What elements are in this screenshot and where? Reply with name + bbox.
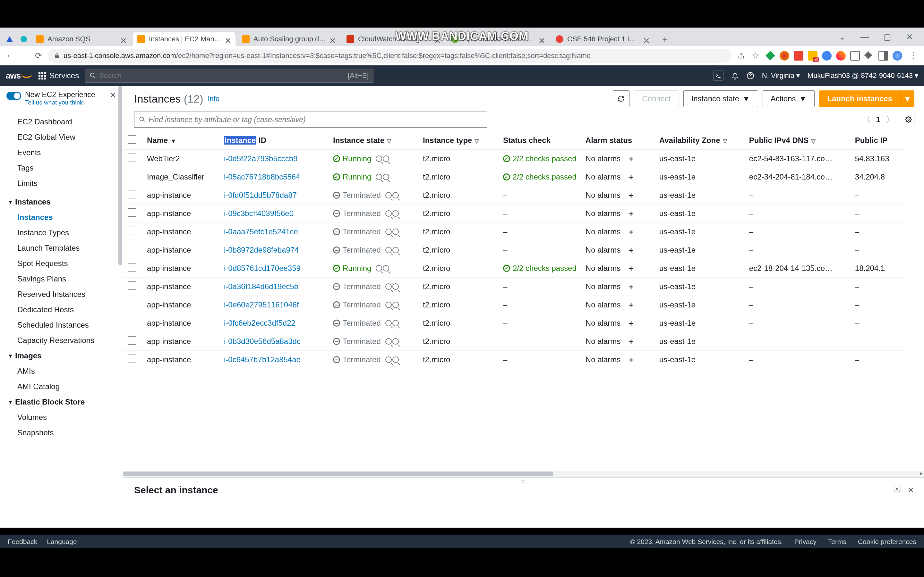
browser-tab[interactable]: CSE 546 Project 1 IAM Cr✕ <box>551 32 654 46</box>
table-row[interactable]: app-instancei-0b3d30e56d5a8a3dcTerminate… <box>123 332 906 351</box>
add-alarm-button[interactable]: ＋ <box>627 282 635 291</box>
left-nav-scrollbar[interactable] <box>118 86 123 528</box>
cookie-link[interactable]: Cookie preferences <box>858 538 916 546</box>
maximize-button[interactable]: ▢ <box>876 31 898 43</box>
aws-search-input[interactable] <box>99 71 348 80</box>
services-menu[interactable]: Services <box>39 71 79 80</box>
cell-instance-id[interactable]: i-0d85761cd170ee359 <box>220 259 328 277</box>
table-row[interactable]: Image_Classifieri-05ac76718b8bc5564Runni… <box>123 168 906 186</box>
row-checkbox[interactable] <box>128 318 136 326</box>
ext-icon-2[interactable] <box>780 51 789 61</box>
page-prev[interactable]: 〈 <box>863 114 871 125</box>
notifications-icon[interactable] <box>731 72 739 79</box>
new-experience-feedback-link[interactable]: Tell us what you think <box>25 99 107 106</box>
table-row[interactable]: app-instancei-0fc6eb2ecc3df5d22Terminate… <box>123 314 906 332</box>
cell-instance-id[interactable]: i-09c3bcff4039f56e0 <box>220 205 328 223</box>
language-link[interactable]: Language <box>47 538 77 546</box>
page-next[interactable]: 〉 <box>886 114 894 125</box>
new-tab-button[interactable]: ＋ <box>659 33 670 45</box>
row-checkbox[interactable] <box>128 300 136 308</box>
nav-item[interactable]: EC2 Dashboard <box>0 114 123 129</box>
row-checkbox[interactable] <box>128 245 136 253</box>
tab-close-icon[interactable]: ✕ <box>225 36 231 42</box>
col-dns[interactable]: Public IPv4 DNS▽ <box>745 131 851 150</box>
table-row[interactable]: app-instancei-09c3bcff4039f56e0Terminate… <box>123 205 906 223</box>
nav-item[interactable]: Volumes <box>0 410 123 425</box>
settings-gear-icon[interactable] <box>903 114 914 125</box>
cell-instance-id[interactable]: i-0a36f184d6d19ec5b <box>220 277 328 296</box>
state-filter-icon[interactable] <box>385 210 399 217</box>
aws-logo[interactable]: aws <box>6 71 32 81</box>
cell-instance-id[interactable]: i-0fc6eb2ecc3df5d22 <box>220 314 328 332</box>
table-row[interactable]: app-instancei-0a36f184d6d19ec5bTerminate… <box>123 277 906 296</box>
browser-tab[interactable]: Amazon SQS✕ <box>31 32 131 46</box>
nav-section-head[interactable]: Instances <box>0 194 123 210</box>
add-alarm-button[interactable]: ＋ <box>627 264 635 272</box>
profile-avatar[interactable] <box>893 51 902 61</box>
state-filter-icon[interactable] <box>376 265 389 271</box>
add-alarm-button[interactable]: ＋ <box>627 246 635 254</box>
col-instance-id[interactable]: Instance ID <box>220 131 328 150</box>
state-filter-icon[interactable] <box>385 320 399 326</box>
close-icon[interactable]: ✕ <box>110 90 116 100</box>
table-row[interactable]: WebTier2i-0d5f22a793b5cccb9Runningt2.mic… <box>123 150 906 168</box>
cell-instance-id[interactable]: i-0d5f22a793b5cccb9 <box>220 150 328 168</box>
feedback-link[interactable]: Feedback <box>8 538 37 546</box>
forward-button[interactable]: → <box>17 49 31 63</box>
col-alarm-status[interactable]: Alarm status <box>581 131 655 150</box>
add-alarm-button[interactable]: ＋ <box>627 319 635 327</box>
back-button[interactable]: ← <box>3 49 17 63</box>
row-checkbox[interactable] <box>128 355 136 363</box>
cell-instance-id[interactable]: i-0c6457b7b12a854ae <box>220 351 328 369</box>
state-filter-icon[interactable] <box>385 301 399 308</box>
minimize-button[interactable]: — <box>853 31 876 43</box>
col-status-check[interactable]: Status check <box>499 131 581 150</box>
col-name[interactable]: Name▼ <box>142 131 220 150</box>
launch-instances-button[interactable]: Launch instances <box>819 90 900 107</box>
cell-instance-id[interactable]: i-0b3d30e56d5a8a3dc <box>220 332 328 351</box>
nav-item[interactable]: Snapshots <box>0 425 123 440</box>
nav-item[interactable]: Instances <box>0 210 123 225</box>
table-row[interactable]: app-instancei-0b8972de98feba974Terminate… <box>123 241 906 259</box>
table-row[interactable]: app-instancei-0c6457b7b12a854aeTerminate… <box>123 351 906 369</box>
ext-icon-5[interactable] <box>822 51 832 61</box>
add-alarm-button[interactable]: ＋ <box>627 301 635 309</box>
table-row[interactable]: app-instancei-0fd0f51dd5b78da87Terminate… <box>123 186 906 205</box>
nav-item[interactable]: Reserved Instances <box>0 287 123 302</box>
add-alarm-button[interactable]: ＋ <box>627 210 635 218</box>
nav-item[interactable]: Instance Types <box>0 225 123 240</box>
col-instance-state[interactable]: Instance state▽ <box>328 131 418 150</box>
col-instance-type[interactable]: Instance type▽ <box>418 131 499 150</box>
info-link[interactable]: Info <box>208 95 220 103</box>
nav-item[interactable]: AMIs <box>0 364 123 379</box>
nav-item[interactable]: Limits <box>0 176 123 191</box>
ext-icon-6[interactable] <box>836 51 846 61</box>
ext-icon-3[interactable] <box>794 51 803 61</box>
browser-tab[interactable]: Instances | EC2 Managem✕ <box>133 32 236 46</box>
nav-item[interactable]: Spot Requests <box>0 256 123 271</box>
url-field[interactable]: us-east-1.console.aws.amazon.com/ec2/hom… <box>48 49 732 63</box>
account-menu[interactable]: MukuFlash03 @ 8742-9040-6143 ▾ <box>808 71 918 80</box>
table-row[interactable]: app-instancei-0d85761cd170ee359Runningt2… <box>123 259 906 277</box>
nav-section-head[interactable]: Elastic Block Store <box>0 394 123 410</box>
col-ip[interactable]: Public IP <box>851 131 906 150</box>
refresh-button[interactable] <box>613 90 630 107</box>
ext-icon-1[interactable] <box>766 51 775 61</box>
row-checkbox[interactable] <box>128 190 136 198</box>
cell-instance-id[interactable]: i-0e60e27951161046f <box>220 296 328 314</box>
filter-input-wrap[interactable] <box>134 111 487 127</box>
reload-button[interactable]: ⟳ <box>31 49 45 63</box>
share-icon[interactable] <box>734 49 748 63</box>
cell-instance-id[interactable]: i-0aaa75efc1e5241ce <box>220 223 328 241</box>
ext-icon-4[interactable]: off <box>808 51 817 61</box>
state-filter-icon[interactable] <box>376 174 389 180</box>
nav-item[interactable]: Launch Templates <box>0 240 123 256</box>
terms-link[interactable]: Terms <box>828 538 846 546</box>
detail-settings-icon[interactable] <box>893 485 901 495</box>
ext-icon-7[interactable] <box>850 51 860 61</box>
add-alarm-button[interactable]: ＋ <box>627 356 635 364</box>
add-alarm-button[interactable]: ＋ <box>627 227 635 236</box>
horizontal-scrollbar[interactable] <box>123 471 924 477</box>
instance-state-dropdown[interactable]: Instance state ▼ <box>683 90 758 107</box>
state-filter-icon[interactable] <box>385 284 399 290</box>
